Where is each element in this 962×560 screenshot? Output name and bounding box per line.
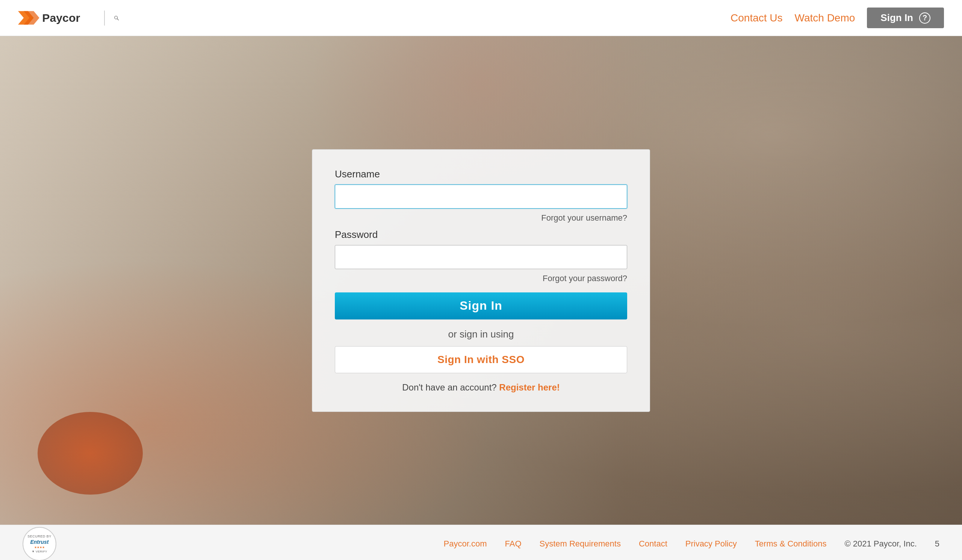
- password-label: Password: [335, 229, 627, 240]
- username-group: Username: [335, 168, 627, 208]
- register-link[interactable]: Register here!: [499, 382, 560, 392]
- logo-container: Paycor: [18, 8, 89, 28]
- footer-left: SECURED BY Entrust ★★★★ ▼ VERIFY: [23, 527, 56, 560]
- footer-terms-link[interactable]: Terms & Conditions: [755, 539, 827, 549]
- header-signin-button[interactable]: Sign In ?: [867, 8, 944, 28]
- register-prompt: Don't have an account?: [402, 382, 496, 392]
- entrust-inner: SECURED BY Entrust ★★★★ ▼ VERIFY: [27, 534, 52, 553]
- header-right: Contact Us Watch Demo Sign In ?: [731, 8, 944, 28]
- password-group: Password: [335, 229, 627, 269]
- username-label: Username: [335, 168, 627, 180]
- footer-right: Paycor.com FAQ System Requirements Conta…: [444, 539, 939, 549]
- footer-paycor-link[interactable]: Paycor.com: [444, 539, 487, 549]
- password-input[interactable]: [335, 245, 627, 269]
- footer-copyright: © 2021 Paycor, Inc.: [844, 539, 917, 549]
- sso-signin-button[interactable]: Sign In with SSO: [335, 346, 627, 373]
- footer-privacy-link[interactable]: Privacy Policy: [686, 539, 737, 549]
- footer: SECURED BY Entrust ★★★★ ▼ VERIFY Paycor.…: [0, 524, 962, 560]
- login-card: Username Forgot your username? Password …: [312, 149, 650, 412]
- search-button[interactable]: [104, 11, 119, 26]
- entrust-secured-text: SECURED BY: [27, 534, 52, 538]
- paycor-logo[interactable]: Paycor: [18, 8, 89, 28]
- footer-contact-link[interactable]: Contact: [639, 539, 667, 549]
- header-left: Paycor: [18, 8, 119, 28]
- watch-demo-link[interactable]: Watch Demo: [795, 12, 855, 24]
- entrust-badge[interactable]: SECURED BY Entrust ★★★★ ▼ VERIFY: [23, 527, 56, 560]
- footer-sysreq-link[interactable]: System Requirements: [540, 539, 621, 549]
- signin-button[interactable]: Sign In: [335, 292, 627, 320]
- header-signin-label: Sign In: [880, 12, 913, 24]
- entrust-stars: ★★★★: [34, 546, 45, 549]
- footer-faq-link[interactable]: FAQ: [505, 539, 521, 549]
- contact-us-link[interactable]: Contact Us: [731, 12, 783, 24]
- header: Paycor Contact Us Watch Demo Sign In ?: [0, 0, 962, 36]
- main-content: Username Forgot your username? Password …: [0, 36, 962, 524]
- search-icon: [114, 12, 119, 24]
- or-divider: or sign in using: [335, 329, 627, 340]
- svg-text:Paycor: Paycor: [42, 11, 80, 24]
- entrust-name: Entrust: [30, 539, 48, 545]
- help-icon[interactable]: ?: [919, 12, 930, 24]
- forgot-password-link[interactable]: Forgot your password?: [335, 274, 627, 283]
- forgot-username-link[interactable]: Forgot your username?: [335, 213, 627, 223]
- svg-line-4: [117, 18, 119, 20]
- footer-version: 5: [935, 539, 939, 549]
- entrust-verify: ▼ VERIFY: [32, 550, 47, 553]
- username-input[interactable]: [335, 184, 627, 208]
- register-section: Don't have an account? Register here!: [335, 382, 627, 393]
